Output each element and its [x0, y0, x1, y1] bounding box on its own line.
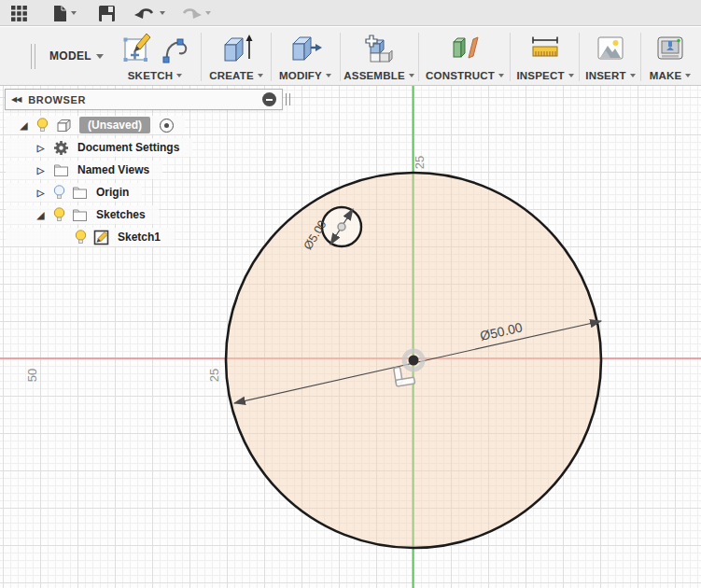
visibility-bulb-off-icon[interactable]: [53, 185, 65, 201]
ribbon-group-assemble: ASSEMBLE: [342, 29, 416, 85]
tree-item-document-settings[interactable]: ▷ Document Settings: [6, 138, 192, 157]
ribbon-group-make: MAKE: [642, 29, 698, 85]
browser-panel-title: BROWSER: [28, 94, 255, 105]
ribbon-divider: [201, 33, 202, 81]
save-button[interactable]: [98, 4, 116, 22]
press-pull-icon[interactable]: [287, 32, 324, 65]
activate-component-radio[interactable]: [160, 119, 174, 133]
workspace-label: MODEL: [49, 49, 91, 63]
ribbon-toolbar: MODEL SKETCH: [0, 27, 701, 86]
insert-image-icon[interactable]: [595, 34, 626, 63]
grid-scale-label-x25: 25: [207, 363, 220, 387]
ribbon-drag-handle[interactable]: [31, 44, 35, 69]
ribbon-group-construct: CONSTRUCT: [420, 29, 510, 85]
construct-menu-button[interactable]: CONSTRUCT: [426, 70, 504, 81]
extrude-icon[interactable]: [217, 32, 255, 65]
sketch-icon: [93, 230, 109, 245]
redo-caret-icon[interactable]: [205, 11, 211, 15]
minimize-panel-button[interactable]: [262, 92, 276, 106]
expander-collapsed-icon[interactable]: ▷: [35, 188, 47, 198]
undo-caret-icon[interactable]: [160, 11, 165, 15]
3d-print-icon[interactable]: [654, 34, 686, 63]
make-menu-button[interactable]: MAKE: [650, 70, 692, 81]
ribbon-group-modify: MODIFY: [273, 29, 338, 85]
tree-item-named-views[interactable]: ▷ Named Views: [6, 161, 162, 179]
workspace-switcher[interactable]: MODEL: [39, 38, 114, 74]
assemble-menu-button[interactable]: ASSEMBLE: [343, 70, 414, 81]
expander-collapsed-icon[interactable]: ▷: [35, 143, 47, 153]
ribbon-divider: [271, 33, 272, 81]
ribbon-group-insert: INSERT: [581, 29, 640, 85]
ribbon-divider: [640, 33, 641, 81]
visibility-bulb-on-icon[interactable]: [53, 207, 65, 223]
center-point-large[interactable]: [409, 356, 419, 366]
ribbon-divider: [579, 33, 580, 81]
ribbon-divider: [418, 33, 419, 81]
app-grid-icon[interactable]: [11, 4, 27, 22]
application-toolbar: [0, 0, 701, 26]
create-sketch-icon[interactable]: [120, 32, 154, 65]
folder-icon: [72, 186, 88, 200]
browser-root-row[interactable]: ◢ (Unsaved): [6, 116, 185, 134]
document-name-label[interactable]: (Unsaved): [79, 117, 150, 133]
insert-menu-button[interactable]: INSERT: [585, 70, 635, 81]
spline-icon[interactable]: [160, 33, 189, 64]
new-component-icon[interactable]: [362, 32, 396, 65]
browser-panel-header[interactable]: ◀◀ BROWSER: [5, 89, 283, 110]
grid-scale-label-y25: 25: [413, 150, 426, 175]
ribbon-divider: [340, 33, 341, 81]
file-menu-caret-icon: [71, 11, 77, 15]
ribbon-group-inspect: INSPECT: [512, 29, 579, 85]
component-cube-icon: [55, 118, 73, 133]
construction-plane-icon[interactable]: [447, 32, 483, 65]
folder-icon: [72, 208, 88, 222]
redo-button[interactable]: [180, 4, 211, 22]
tree-item-sketch1[interactable]: Sketch1: [6, 228, 174, 246]
expander-expanded-icon[interactable]: ◢: [35, 210, 47, 220]
workspace-caret-icon: [96, 54, 104, 59]
inspect-menu-button[interactable]: INSPECT: [516, 70, 573, 81]
collapse-panel-icon[interactable]: ◀◀: [11, 95, 21, 104]
measure-icon[interactable]: [527, 33, 563, 64]
tree-item-sketches[interactable]: ◢ Sketches: [6, 205, 159, 224]
gear-icon: [53, 140, 69, 156]
grid-scale-label-x50: 50: [25, 363, 38, 387]
panel-resize-handle[interactable]: [286, 93, 290, 105]
expander-expanded-icon[interactable]: ◢: [18, 120, 30, 131]
ribbon-group-create: CREATE: [205, 29, 267, 85]
ribbon-divider: [510, 33, 511, 81]
create-menu-button[interactable]: CREATE: [209, 70, 263, 81]
visibility-bulb-on-icon[interactable]: [75, 230, 87, 245]
visibility-bulb-on-icon[interactable]: [36, 118, 49, 133]
sketch-menu-button[interactable]: SKETCH: [128, 70, 182, 81]
folder-icon: [53, 163, 69, 177]
file-menu-button[interactable]: [53, 4, 77, 22]
undo-button[interactable]: [134, 4, 165, 22]
center-point-small[interactable]: [338, 223, 345, 231]
modify-menu-button[interactable]: MODIFY: [279, 70, 331, 81]
expander-collapsed-icon[interactable]: ▷: [35, 165, 47, 175]
ribbon-group-sketch: SKETCH: [110, 29, 200, 85]
tree-item-origin[interactable]: ▷ Origin: [6, 183, 142, 202]
